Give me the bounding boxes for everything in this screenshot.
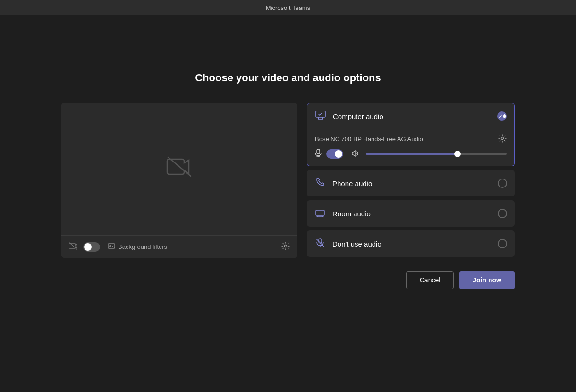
mic-toggle[interactable] xyxy=(326,149,343,159)
background-filter-icon xyxy=(108,242,115,251)
video-settings-button[interactable] xyxy=(281,242,290,252)
no-audio-icon xyxy=(314,238,326,250)
checkmark-icon: ✓ xyxy=(498,113,503,120)
video-off-icon xyxy=(166,155,193,183)
no-audio-option[interactable]: Don't use audio xyxy=(307,230,515,257)
svg-line-0 xyxy=(168,157,191,176)
svg-point-9 xyxy=(501,137,504,140)
device-settings-button[interactable] xyxy=(498,134,507,144)
video-area xyxy=(61,103,297,235)
no-audio-radio xyxy=(498,239,507,248)
audio-panel: Computer audio ✓ Bose NC 700 HP Hands-Fr… xyxy=(307,103,515,257)
video-toggle[interactable] xyxy=(83,242,100,252)
no-audio-label: Don't use audio xyxy=(332,240,491,248)
computer-audio-radio: ✓ xyxy=(497,111,507,121)
volume-thumb[interactable] xyxy=(454,151,461,157)
phone-audio-option[interactable]: Phone audio xyxy=(307,170,515,196)
room-audio-label: Room audio xyxy=(332,210,491,218)
computer-audio-label: Computer audio xyxy=(333,112,491,120)
speaker-icon xyxy=(352,150,359,159)
svg-rect-2 xyxy=(108,244,115,248)
phone-audio-radio xyxy=(498,179,507,188)
computer-audio-icon xyxy=(315,111,326,122)
device-name: Bose NC 700 HP Hands-Free AG Audio xyxy=(315,136,423,143)
title-bar: Microsoft Teams xyxy=(0,0,576,15)
computer-audio-wrapper: Computer audio ✓ Bose NC 700 HP Hands-Fr… xyxy=(307,103,515,166)
cancel-button[interactable]: Cancel xyxy=(406,271,454,289)
background-filters-label: Background filters xyxy=(118,243,167,250)
bottom-actions: Cancel Join now xyxy=(61,271,515,289)
computer-audio-body: Bose NC 700 HP Hands-Free AG Audio xyxy=(307,129,515,166)
phone-audio-icon xyxy=(314,178,326,189)
camera-icon xyxy=(69,242,77,252)
join-now-button[interactable]: Join now xyxy=(459,271,515,289)
svg-rect-13 xyxy=(316,210,324,215)
main-content: Choose your video and audio options xyxy=(0,15,576,289)
svg-point-4 xyxy=(285,245,287,247)
room-audio-option[interactable]: Room audio xyxy=(307,200,515,227)
microphone-icon xyxy=(315,149,322,159)
device-name-row: Bose NC 700 HP Hands-Free AG Audio xyxy=(315,134,507,144)
room-audio-radio xyxy=(498,209,507,218)
svg-rect-10 xyxy=(317,149,320,154)
panels: Background filters xyxy=(61,103,515,258)
phone-audio-label: Phone audio xyxy=(332,179,491,187)
room-audio-icon xyxy=(314,208,326,219)
computer-audio-option[interactable]: Computer audio ✓ xyxy=(307,103,515,129)
background-filters-button[interactable]: Background filters xyxy=(108,242,167,251)
video-toolbar: Background filters xyxy=(61,235,297,258)
page-title: Choose your video and audio options xyxy=(195,72,381,84)
audio-controls-row xyxy=(315,149,507,159)
video-panel: Background filters xyxy=(61,103,297,258)
volume-slider[interactable] xyxy=(366,153,507,155)
app-title: Microsoft Teams xyxy=(266,4,310,11)
